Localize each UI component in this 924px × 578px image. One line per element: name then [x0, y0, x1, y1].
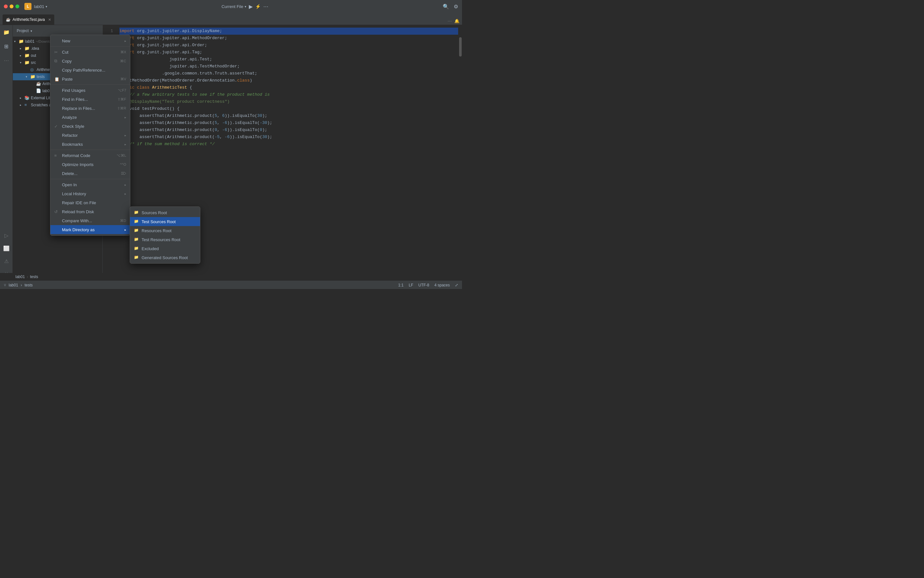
- scrollbar-thumb[interactable]: [459, 37, 462, 57]
- submenu-item-excluded[interactable]: 📁 Excluded: [130, 244, 200, 253]
- menu-item-optimize-imports[interactable]: Optimize Imports ^^O: [50, 160, 130, 169]
- expand-icon[interactable]: ⤢: [455, 283, 458, 287]
- status-bar-right: 1:1 LF UTF-8 4 spaces ⤢: [398, 283, 458, 287]
- menu-separator-3: [50, 149, 130, 150]
- sidebar-icon-more[interactable]: ⋯: [2, 56, 11, 65]
- cursor-position[interactable]: 1:1: [398, 283, 404, 287]
- sidebar-icon-structure[interactable]: ⊞: [2, 42, 11, 51]
- menu-item-cut[interactable]: ✂ Cut ⌘X: [50, 47, 130, 57]
- tab-arithmetictest[interactable]: ☕ ArithmeticTest.java ✕: [3, 15, 54, 25]
- traffic-lights: [4, 5, 19, 8]
- project-label: Project: [17, 29, 29, 33]
- arrow-icon: ▸: [125, 115, 126, 119]
- tab-more-icon[interactable]: ⋯: [447, 19, 452, 23]
- menu-item-find-in-files[interactable]: Find in Files... ⇧⌘F: [50, 95, 130, 104]
- menu-item-find-usages[interactable]: Find Usages ⌥F7: [50, 86, 130, 95]
- code-line-17: @DisplayName("Test product correctness"): [120, 98, 458, 106]
- menu-item-copy-path[interactable]: Copy Path/Reference...: [50, 65, 130, 75]
- arrow-icon: ▸: [20, 54, 24, 57]
- menu-item-compare[interactable]: Compare With... ⌘D: [50, 216, 130, 225]
- submenu-item-test-resources-root[interactable]: 📁 Test Resources Root: [130, 235, 200, 244]
- resources-root-icon: 📁: [134, 228, 139, 233]
- menu-item-label: Copy Path/Reference...: [62, 68, 105, 73]
- code-line-4: import org.junit.jupiter.api.Tag;: [120, 49, 458, 56]
- reformat-icon: ≡: [54, 153, 59, 158]
- project-badge: L: [24, 3, 31, 10]
- code-line-6: jupiter.api.TestMethodOrder;: [120, 63, 458, 70]
- notification-icon[interactable]: 🔔: [454, 19, 459, 23]
- folder-icon: 📁: [24, 46, 29, 51]
- scrollbar-track[interactable]: [458, 37, 462, 281]
- menu-item-label: Analyze: [62, 115, 77, 120]
- menu-item-bookmarks[interactable]: Bookmarks ▸: [50, 140, 130, 149]
- close-button[interactable]: [4, 5, 8, 8]
- menu-item-check-style[interactable]: ✓ Check Style: [50, 122, 130, 131]
- submenu-item-label: Sources Root: [142, 210, 167, 215]
- search-button[interactable]: 🔍: [443, 3, 449, 10]
- libs-icon: 📚: [24, 95, 29, 101]
- line-sep[interactable]: LF: [409, 283, 413, 287]
- menu-item-paste[interactable]: 📋 Paste ⌘V: [50, 75, 130, 83]
- menu-item-repair-ide[interactable]: Repair IDE on File: [50, 198, 130, 207]
- menu-item-label: Refactor: [62, 133, 78, 138]
- more-actions-button[interactable]: ⋯: [263, 3, 268, 10]
- shortcut-label: ⌘C: [120, 59, 126, 63]
- scratches-icon: ≡: [24, 102, 29, 107]
- menu-item-label: Optimize Imports: [62, 162, 93, 167]
- run-button[interactable]: ▶: [249, 3, 253, 10]
- menu-item-reformat[interactable]: ≡ Reformat Code ⌥⌘L: [50, 151, 130, 160]
- settings-button[interactable]: ⚙: [454, 3, 458, 10]
- shortcut-label: ⇧⌘R: [117, 106, 126, 110]
- menu-item-replace-in-files[interactable]: Replace in Files... ⇧⌘R: [50, 104, 130, 113]
- project-status: lab01: [9, 283, 18, 287]
- breadcrumb-lab01[interactable]: lab01: [15, 274, 25, 279]
- submenu-item-generated-sources-root[interactable]: 📁 Generated Sources Root: [130, 253, 200, 262]
- check-style-icon: ✓: [54, 124, 59, 129]
- maximize-button[interactable]: [15, 5, 19, 8]
- tab-actions: ⋯ 🔔: [447, 19, 459, 25]
- menu-item-local-history[interactable]: Local History ▸: [50, 189, 130, 198]
- sidebar-icon-folder[interactable]: 📁: [2, 28, 11, 37]
- arrow-icon: ▸: [125, 183, 126, 187]
- submenu-item-label: Excluded: [142, 246, 159, 251]
- project-chevron-icon: ▾: [45, 5, 47, 8]
- minimize-button[interactable]: [10, 5, 13, 8]
- generated-sources-icon: 📁: [134, 255, 139, 260]
- sidebar-icon-terminal[interactable]: ⬜: [2, 244, 11, 253]
- menu-item-label: Reformat Code: [62, 153, 90, 158]
- submenu-item-test-sources-root[interactable]: 📁 Test Sources Root: [130, 217, 200, 226]
- menu-item-analyze[interactable]: Analyze ▸: [50, 113, 130, 122]
- git-branch-icon: ⑂: [4, 283, 6, 287]
- sidebar-icon-problems[interactable]: ⚠: [2, 257, 11, 266]
- submenu-item-resources-root[interactable]: 📁 Resources Root: [130, 226, 200, 235]
- shortcut-label: ⌘X: [120, 50, 126, 54]
- run-config-selector[interactable]: Current File ▾: [222, 4, 246, 9]
- menu-item-new[interactable]: New ▸: [50, 36, 130, 45]
- project-name[interactable]: lab01 ▾: [34, 4, 47, 9]
- menu-item-copy[interactable]: ⧉ Copy ⌘C: [50, 57, 130, 65]
- menu-item-delete[interactable]: Delete... ⌦: [50, 169, 130, 178]
- tree-label: tests: [37, 75, 45, 79]
- special-icon: ◎: [30, 67, 35, 72]
- menu-item-refactor[interactable]: Refactor ▸: [50, 131, 130, 140]
- copy-icon: ⧉: [54, 58, 59, 63]
- menu-item-label: Repair IDE on File: [62, 200, 96, 205]
- tab-close-button[interactable]: ✕: [48, 18, 51, 22]
- sidebar-icon-run[interactable]: ▷: [2, 231, 11, 240]
- encoding[interactable]: UTF-8: [418, 283, 429, 287]
- context-menu: New ▸ ✂ Cut ⌘X ⧉ Copy ⌘C Copy Path/Refer…: [50, 35, 130, 236]
- shortcut-label: ⇧⌘F: [118, 97, 126, 101]
- tab-java-icon: ☕: [6, 17, 11, 22]
- menu-item-label: Replace in Files...: [62, 106, 95, 111]
- menu-item-mark-directory[interactable]: Mark Directory as ▸: [50, 225, 130, 234]
- code-line-13: // a few arbitrary tests to see if the p…: [120, 91, 458, 98]
- indent[interactable]: 4 spaces: [434, 283, 450, 287]
- menu-item-open-in[interactable]: Open In ▸: [50, 180, 130, 189]
- breadcrumb-tests[interactable]: tests: [30, 274, 38, 279]
- arrow-icon: ▾: [26, 75, 30, 78]
- menu-item-reload[interactable]: ↺ Reload from Disk: [50, 207, 130, 216]
- debug-button[interactable]: ⚡: [255, 4, 261, 9]
- arrow-icon: ▸: [125, 133, 126, 137]
- submenu-item-sources-root[interactable]: 📁 Sources Root: [130, 208, 200, 217]
- tree-label: lab01: [25, 39, 34, 44]
